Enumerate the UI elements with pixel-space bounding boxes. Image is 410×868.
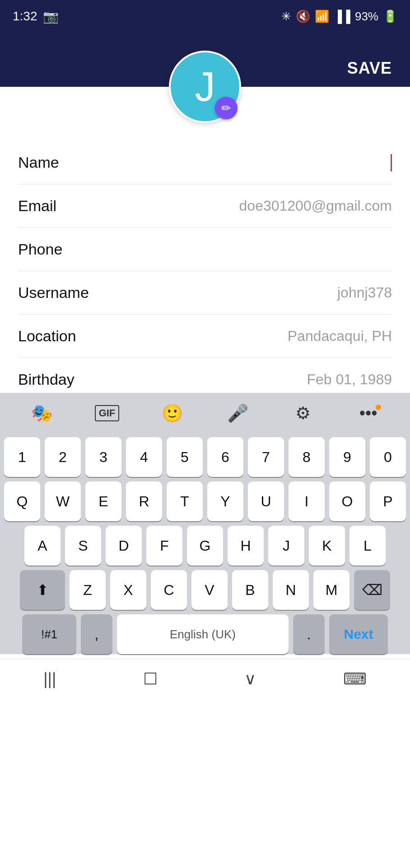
signal-icon: ▐▐ — [334, 9, 350, 24]
status-right: ✳ 🔇 📶 ▐▐ 93% 🔋 — [281, 9, 397, 24]
settings-icon[interactable]: ⚙ — [289, 403, 317, 423]
key-4[interactable]: 4 — [126, 437, 162, 477]
key-8[interactable]: 8 — [289, 437, 325, 477]
key-2[interactable]: 2 — [45, 437, 81, 477]
mute-icon: 🔇 — [296, 9, 310, 24]
number-row: 1 2 3 4 5 6 7 8 9 0 — [3, 437, 407, 477]
key-c[interactable]: C — [151, 570, 187, 610]
wifi-icon: 📶 — [315, 9, 329, 24]
asdf-row: A S D F G H J K L — [3, 526, 407, 566]
phone-label: Phone — [18, 241, 62, 258]
key-l[interactable]: L — [349, 526, 386, 566]
name-input[interactable] — [388, 154, 392, 171]
key-p[interactable]: P — [370, 481, 406, 521]
key-t[interactable]: T — [167, 481, 203, 521]
key-n[interactable]: N — [273, 570, 309, 610]
email-value[interactable]: doe301200@gmail.com — [239, 198, 392, 214]
zxcv-row: ⬆ Z X C V B N M ⌫ — [3, 570, 407, 610]
battery-icon: 🔋 — [383, 9, 397, 24]
email-field-row: Email doe301200@gmail.com — [18, 184, 392, 228]
next-key[interactable]: Next — [329, 614, 388, 654]
sticker-icon[interactable]: 🎭 — [28, 403, 55, 423]
location-field-row: Location Pandacaqui, PH — [18, 315, 392, 358]
gif-label: GIF — [95, 405, 120, 421]
key-s[interactable]: S — [65, 526, 101, 566]
key-m[interactable]: M — [313, 570, 349, 610]
location-label: Location — [18, 327, 76, 345]
time: 1:32 — [13, 9, 37, 24]
key-z[interactable]: Z — [70, 570, 106, 610]
recents-nav-icon[interactable]: ∨ — [244, 670, 256, 689]
username-value[interactable]: johnj378 — [337, 284, 392, 301]
keyboard-nav-icon[interactable]: ⌨ — [343, 670, 367, 689]
comma-key[interactable]: , — [81, 614, 112, 654]
key-f[interactable]: F — [146, 526, 182, 566]
key-w[interactable]: W — [45, 481, 81, 521]
name-label: Name — [18, 154, 59, 171]
key-1[interactable]: 1 — [4, 437, 40, 477]
username-field-row: Username johnj378 — [18, 271, 392, 315]
key-u[interactable]: U — [248, 481, 284, 521]
key-g[interactable]: G — [187, 526, 223, 566]
period-key[interactable]: . — [293, 614, 325, 654]
key-0[interactable]: 0 — [370, 437, 406, 477]
key-7[interactable]: 7 — [248, 437, 284, 477]
key-6[interactable]: 6 — [207, 437, 243, 477]
key-3[interactable]: 3 — [85, 437, 121, 477]
space-key[interactable]: English (UK) — [117, 614, 289, 654]
keyboard: 1 2 3 4 5 6 7 8 9 0 Q W E R T Y U I O P … — [0, 434, 410, 654]
battery-percent: 93% — [355, 9, 378, 24]
key-a[interactable]: A — [24, 526, 61, 566]
birthday-field-row: Birthday Feb 01, 1989 — [18, 358, 392, 393]
key-h[interactable]: H — [228, 526, 264, 566]
key-y[interactable]: Y — [207, 481, 243, 521]
key-5[interactable]: 5 — [167, 437, 203, 477]
key-i[interactable]: I — [289, 481, 325, 521]
backspace-key[interactable]: ⌫ — [354, 570, 390, 610]
back-nav-icon[interactable]: ||| — [43, 670, 56, 689]
bluetooth-icon: ✳ — [281, 9, 291, 24]
email-label: Email — [18, 197, 56, 215]
camera-icon: 📷 — [43, 9, 59, 24]
edit-avatar-button[interactable]: ✏ — [215, 97, 238, 119]
key-b[interactable]: B — [232, 570, 268, 610]
username-label: Username — [18, 284, 89, 302]
status-left: 1:32 📷 — [13, 9, 59, 24]
name-field-row: Name — [18, 141, 392, 184]
bottom-row: !#1 , English (UK) . Next — [3, 614, 407, 654]
key-e[interactable]: E — [85, 481, 121, 521]
birthday-value[interactable]: Feb 01, 1989 — [307, 371, 392, 388]
nav-bar: ||| ☐ ∨ ⌨ — [0, 659, 410, 698]
status-bar: 1:32 📷 ✳ 🔇 📶 ▐▐ 93% 🔋 — [0, 0, 410, 33]
microphone-icon[interactable]: 🎤 — [224, 403, 251, 423]
location-value[interactable]: Pandacaqui, PH — [288, 328, 392, 344]
emoji-icon[interactable]: 🙂 — [159, 403, 186, 423]
key-v[interactable]: V — [191, 570, 228, 610]
avatar-initial: J — [195, 64, 215, 110]
key-q[interactable]: Q — [4, 481, 40, 521]
form-area: Name Email doe301200@gmail.com Phone Use… — [0, 137, 410, 393]
home-nav-icon[interactable]: ☐ — [143, 670, 158, 689]
key-k[interactable]: K — [309, 526, 345, 566]
key-d[interactable]: D — [106, 526, 142, 566]
keyboard-toolbar: 🎭 GIF 🙂 🎤 ⚙ ••• — [0, 393, 410, 434]
phone-field-row: Phone — [18, 228, 392, 271]
key-o[interactable]: O — [329, 481, 365, 521]
key-x[interactable]: X — [110, 570, 146, 610]
key-r[interactable]: R — [126, 481, 162, 521]
avatar-container: J ✏ — [0, 51, 410, 123]
avatar: J ✏ — [169, 51, 241, 123]
more-options-icon[interactable]: ••• — [355, 404, 382, 423]
gif-button[interactable]: GIF — [93, 405, 121, 421]
key-9[interactable]: 9 — [329, 437, 365, 477]
qwerty-row: Q W E R T Y U I O P — [3, 481, 407, 521]
key-j[interactable]: J — [268, 526, 304, 566]
text-cursor — [391, 154, 392, 171]
birthday-label: Birthday — [18, 371, 75, 388]
symbols-key[interactable]: !#1 — [22, 614, 76, 654]
shift-key[interactable]: ⬆ — [20, 570, 65, 610]
